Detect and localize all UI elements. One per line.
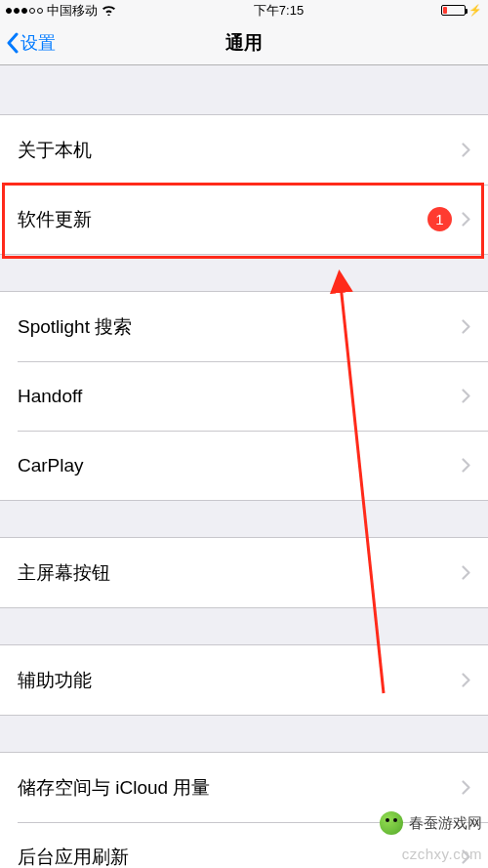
update-badge: 1 <box>427 207 452 231</box>
chevron-right-icon <box>462 673 470 687</box>
back-button[interactable]: 设置 <box>0 31 56 55</box>
status-left: 中国移动 <box>6 2 116 20</box>
row-label: Handoff <box>18 386 462 407</box>
battery-icon <box>441 5 466 16</box>
watermark-text-1: 春蚕游戏网 <box>409 814 482 833</box>
row-label: 主屏幕按钮 <box>18 560 462 586</box>
row-label: 后台应用刷新 <box>18 845 462 869</box>
back-label: 设置 <box>20 31 56 55</box>
signal-strength-icon <box>6 8 43 14</box>
settings-group-2: Spotlight 搜索 Handoff CarPlay <box>0 291 488 501</box>
chevron-right-icon <box>462 143 470 157</box>
settings-group-3: 主屏幕按钮 <box>0 537 488 608</box>
chevron-right-icon <box>462 389 470 403</box>
settings-group-1: 关于本机 软件更新 1 <box>0 114 488 255</box>
row-home-button[interactable]: 主屏幕按钮 <box>0 538 488 607</box>
wifi-icon <box>102 5 116 16</box>
chevron-right-icon <box>462 212 470 227</box>
status-bar: 中国移动 下午7:15 ⚡ <box>0 0 488 21</box>
charging-icon: ⚡ <box>468 5 482 16</box>
row-label: Spotlight 搜索 <box>18 314 462 340</box>
row-label: 软件更新 <box>18 207 427 232</box>
row-software-update[interactable]: 软件更新 1 <box>0 185 488 254</box>
row-spotlight[interactable]: Spotlight 搜索 <box>0 292 488 361</box>
bug-icon <box>380 811 403 835</box>
status-time: 下午7:15 <box>254 2 304 20</box>
chevron-left-icon <box>6 32 19 54</box>
chevron-right-icon <box>462 780 470 795</box>
row-label: CarPlay <box>18 455 462 476</box>
page-title: 通用 <box>0 30 488 56</box>
settings-group-4: 辅助功能 <box>0 644 488 716</box>
row-accessibility[interactable]: 辅助功能 <box>0 645 488 715</box>
status-right: ⚡ <box>441 5 482 16</box>
row-label: 关于本机 <box>18 138 462 163</box>
watermark-logo: 春蚕游戏网 <box>380 811 482 835</box>
chevron-right-icon <box>462 319 470 334</box>
watermark-text-2: czchxy.com <box>402 846 482 862</box>
row-handoff[interactable]: Handoff <box>0 361 488 431</box>
chevron-right-icon <box>462 565 470 580</box>
carrier-label: 中国移动 <box>47 2 98 20</box>
nav-bar: 设置 通用 <box>0 21 488 65</box>
row-about[interactable]: 关于本机 <box>0 115 488 185</box>
row-carplay[interactable]: CarPlay <box>0 431 488 500</box>
row-label: 辅助功能 <box>18 668 462 693</box>
row-label: 储存空间与 iCloud 用量 <box>18 775 462 801</box>
chevron-right-icon <box>462 458 470 473</box>
